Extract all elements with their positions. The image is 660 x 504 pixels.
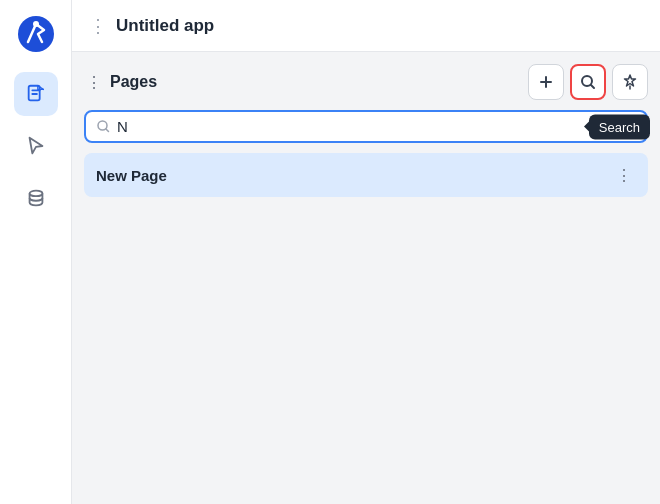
search-container: Search — [84, 110, 648, 143]
sidebar-item-pages[interactable] — [14, 72, 58, 116]
app-title: Untitled app — [116, 16, 214, 36]
search-input-wrapper — [84, 110, 648, 143]
sidebar — [0, 0, 72, 504]
sidebar-item-cursor[interactable] — [14, 124, 58, 168]
pages-title: Pages — [110, 73, 522, 91]
pages-menu-icon[interactable]: ⋮ — [84, 72, 104, 92]
pages-list: New Page ⋮ — [84, 153, 648, 197]
pages-panel: ⋮ Pages — [72, 52, 660, 504]
sidebar-item-database[interactable] — [14, 176, 58, 220]
add-page-button[interactable] — [528, 64, 564, 100]
main-content: ⋮ Untitled app ⋮ Pages — [72, 0, 660, 504]
pin-button[interactable] — [612, 64, 648, 100]
page-item-menu-icon[interactable]: ⋮ — [612, 163, 636, 187]
app-logo — [14, 12, 58, 56]
search-toggle-button[interactable] — [570, 64, 606, 100]
search-input[interactable] — [117, 118, 636, 135]
page-item-label: New Page — [96, 167, 612, 184]
top-header: ⋮ Untitled app — [72, 0, 660, 52]
search-small-icon — [96, 119, 111, 134]
svg-point-1 — [33, 21, 39, 27]
header-menu-icon[interactable]: ⋮ — [88, 16, 108, 36]
svg-point-3 — [29, 191, 42, 197]
pages-header: ⋮ Pages — [84, 64, 648, 100]
list-item[interactable]: New Page ⋮ — [84, 153, 648, 197]
